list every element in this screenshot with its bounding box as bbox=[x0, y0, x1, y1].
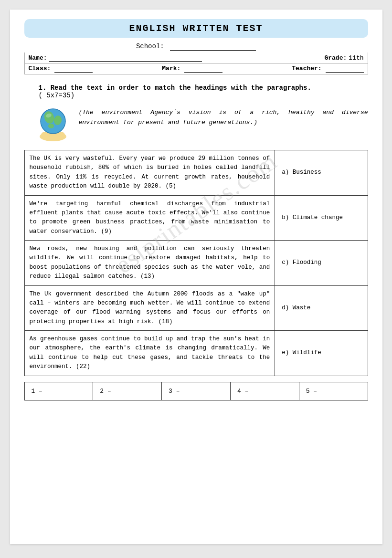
table-row: We're targeting harmful chemical dischar… bbox=[24, 195, 368, 241]
grade-label: Grade: bbox=[324, 54, 347, 62]
name-field: Name: bbox=[29, 54, 202, 62]
paragraphs-table: The UK is very wasteful. Every year we p… bbox=[24, 150, 368, 376]
class-row: Class: Mark: Teacher: bbox=[24, 63, 368, 74]
answer-1[interactable]: 1 – bbox=[24, 382, 93, 400]
table-row: The Uk government described the Autumn 2… bbox=[24, 285, 368, 331]
paragraph-1: The UK is very wasteful. Every year we p… bbox=[24, 150, 275, 196]
heading-2: b) Climate change bbox=[275, 195, 368, 241]
name-label: Name: bbox=[29, 54, 47, 62]
instruction-points: ( 5x7=35) bbox=[39, 92, 75, 99]
name-line bbox=[49, 54, 202, 62]
answer-table: 1 – 2 – 3 – 4 – 5 – bbox=[24, 382, 368, 400]
table-row: New roads, new housing and pollution can… bbox=[24, 241, 368, 286]
answer-4[interactable]: 4 – bbox=[230, 382, 299, 400]
class-field: Class: bbox=[29, 65, 93, 73]
table-row: The UK is very wasteful. Every year we p… bbox=[24, 150, 368, 196]
intro-section: (The environment Agency´s vision is of a… bbox=[34, 104, 368, 142]
teacher-line bbox=[326, 65, 364, 73]
svg-point-5 bbox=[48, 124, 54, 128]
class-label: Class: bbox=[29, 65, 51, 72]
answer-5[interactable]: 5 – bbox=[299, 382, 368, 400]
paragraph-5: As greenhouse gases continue to build up… bbox=[24, 331, 275, 376]
heading-5: e) Wildlife bbox=[275, 331, 368, 376]
name-row: Name: Grade: 11th bbox=[24, 53, 368, 63]
instruction-text: Read the text in order to match the head… bbox=[51, 84, 311, 92]
table-row: As greenhouse gases continue to build up… bbox=[24, 331, 368, 376]
mark-label: Mark: bbox=[162, 65, 180, 72]
globe-icon bbox=[34, 104, 72, 142]
teacher-label: Teacher: bbox=[292, 65, 321, 72]
paragraph-4: The Uk government described the Autumn 2… bbox=[24, 285, 275, 331]
answer-3[interactable]: 3 – bbox=[162, 382, 231, 400]
paragraph-2: We're targeting harmful chemical dischar… bbox=[24, 195, 275, 241]
grade-value: 11th bbox=[349, 54, 363, 62]
school-line: School: bbox=[24, 42, 368, 51]
page: eslprintables.com ENGLISH WRITTEN TEST S… bbox=[10, 10, 382, 544]
school-underline bbox=[170, 42, 256, 51]
answer-row: 1 – 2 – 3 – 4 – 5 – bbox=[24, 382, 368, 400]
section-instruction: 1. Read the text in order to match the h… bbox=[39, 84, 368, 99]
teacher-field: Teacher: bbox=[292, 65, 363, 73]
page-title: ENGLISH WRITTEN TEST bbox=[129, 23, 263, 34]
heading-4: d) Waste bbox=[275, 285, 368, 331]
heading-1: a) Business bbox=[275, 150, 368, 196]
paragraph-3: New roads, new housing and pollution can… bbox=[24, 241, 275, 286]
intro-paragraph: (The environment Agency´s vision is of a… bbox=[79, 104, 368, 128]
answer-2[interactable]: 2 – bbox=[93, 382, 162, 400]
school-label: School: bbox=[136, 42, 164, 50]
heading-3: c) Flooding bbox=[275, 241, 368, 286]
mark-line bbox=[184, 65, 222, 73]
grade-field: Grade: 11th bbox=[324, 54, 363, 62]
mark-field: Mark: bbox=[162, 65, 222, 73]
title-box: ENGLISH WRITTEN TEST bbox=[24, 19, 368, 38]
instruction-number: 1. bbox=[39, 84, 47, 92]
class-line bbox=[54, 65, 93, 73]
